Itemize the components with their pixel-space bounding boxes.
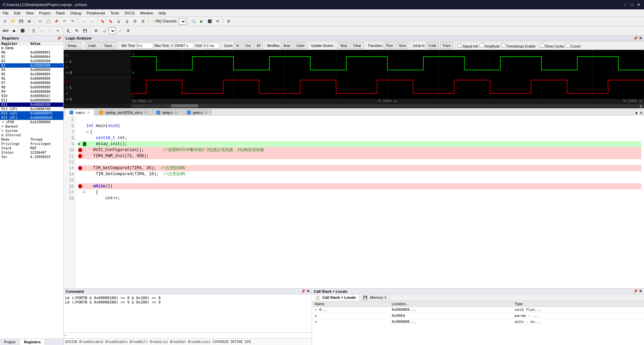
fold-icon-7[interactable]: ⊟ bbox=[86, 129, 89, 135]
tab-collapse-icon[interactable]: ▼ bbox=[635, 111, 638, 115]
reg-r4[interactable]: R40x00000000 bbox=[0, 68, 63, 72]
bookmark-button[interactable]: 🔖 bbox=[99, 18, 106, 25]
la-scroll-thumb[interactable] bbox=[171, 104, 198, 108]
la-maxtime-input[interactable] bbox=[170, 43, 194, 49]
callstack-row-0[interactable]: ⊟ d... 0x080009... void f(un... bbox=[312, 307, 644, 313]
la-scroll-right[interactable]: ▶ bbox=[639, 104, 644, 108]
tab-registers[interactable]: Registers bbox=[20, 339, 45, 345]
run-button[interactable]: ▶ bbox=[11, 27, 18, 34]
menu-view[interactable]: View bbox=[23, 10, 37, 16]
reg-r1[interactable]: R10x00000064 bbox=[0, 55, 63, 59]
tab-delay-c-close[interactable]: ✕ bbox=[175, 111, 177, 114]
cut-button[interactable]: ✂ bbox=[37, 18, 44, 25]
new-button[interactable]: 🗋 bbox=[1, 18, 9, 25]
menu-edit[interactable]: Edit bbox=[11, 10, 23, 16]
tab-project[interactable]: Project bbox=[0, 339, 20, 345]
logic-button[interactable]: 📊 bbox=[100, 27, 108, 34]
maximize-button[interactable]: □ bbox=[629, 2, 635, 7]
callstack-pin[interactable]: 📌 bbox=[633, 289, 638, 293]
callstack-row-2[interactable]: ◆ 0x000000... auto - un... bbox=[312, 319, 644, 325]
display-select[interactable] bbox=[108, 27, 116, 34]
irq-button[interactable]: ⚡ IRQ Channels bbox=[150, 18, 178, 25]
redo-button[interactable]: ↷ bbox=[69, 18, 76, 25]
tab-main-c-close[interactable]: ✕ bbox=[87, 111, 90, 114]
command-close[interactable]: ✕ bbox=[307, 289, 310, 293]
reg-r3[interactable]: R30xE000E000 bbox=[0, 63, 63, 68]
la-pin[interactable]: 📌 bbox=[633, 36, 638, 40]
menu-flash[interactable]: Flash bbox=[53, 10, 68, 16]
la-prev-button[interactable]: Prev bbox=[384, 42, 395, 49]
la-trace-button[interactable]: Trace bbox=[440, 42, 453, 49]
save-all-button[interactable]: ⊞ bbox=[25, 18, 33, 25]
bookmark2-button[interactable]: 🔖 bbox=[107, 18, 114, 25]
periph-button[interactable]: ⊞ bbox=[92, 27, 100, 34]
la-auto-button[interactable]: Auto bbox=[281, 42, 293, 49]
la-close[interactable]: ✕ bbox=[639, 36, 642, 40]
stop-run-button[interactable]: ⬛ bbox=[19, 27, 26, 34]
watch-window[interactable]: 👁 bbox=[73, 27, 80, 34]
reg-xpsr[interactable]: + xPSR0x61000000 bbox=[0, 120, 63, 124]
reg-r15[interactable]: R15 (PC)0x0800009A0 bbox=[0, 116, 63, 120]
la-setup-button[interactable]: Setup... bbox=[65, 42, 81, 49]
la-timestamps-checkbox[interactable] bbox=[501, 43, 505, 48]
save-button[interactable]: 💾 bbox=[17, 18, 25, 25]
fold-icon-17[interactable]: ⊟ bbox=[83, 189, 85, 195]
menu-debug[interactable]: Debug bbox=[68, 10, 84, 16]
reg-r14[interactable]: R14 (LR)0x0800009F5 bbox=[0, 111, 63, 116]
cs-tab-memory1[interactable]: 💾 Memory 1 bbox=[360, 294, 390, 301]
menu-window[interactable]: Window bbox=[137, 10, 156, 16]
indent2-button[interactable]: ☰ bbox=[131, 18, 139, 25]
menu-svcs[interactable]: SVCS bbox=[122, 10, 137, 16]
step-out[interactable]: ↑ bbox=[46, 27, 53, 34]
trace-config[interactable]: 📈 bbox=[116, 27, 124, 34]
reg-r5[interactable]: R50x200000E8 bbox=[0, 72, 63, 76]
breakpoint-16[interactable] bbox=[78, 184, 82, 188]
callstack-close[interactable]: ✕ bbox=[639, 289, 642, 293]
reg-internal[interactable]: ⊟ Internal bbox=[0, 133, 63, 137]
la-scrollbar-area[interactable]: ▶ bbox=[64, 104, 644, 108]
bookmark3-button[interactable]: ⊑ bbox=[115, 18, 122, 25]
minimize-button[interactable]: − bbox=[623, 2, 628, 7]
la-showcycles-checkbox[interactable] bbox=[540, 43, 544, 48]
command-pin[interactable]: 📌 bbox=[301, 289, 306, 293]
la-cursor-checkbox[interactable] bbox=[566, 43, 570, 48]
callstack-row-1[interactable]: ◆ 0x0064 param - ... bbox=[312, 313, 644, 319]
nav-back-button[interactable]: ← bbox=[80, 18, 87, 25]
reg-r0[interactable]: R00x00000001 bbox=[0, 50, 63, 55]
la-undo-button[interactable]: Undo bbox=[294, 42, 307, 49]
la-zoom-out-button[interactable]: Out bbox=[243, 42, 253, 49]
menu-project[interactable]: Project bbox=[36, 10, 53, 16]
tab-main-c[interactable]: main.c ✕ bbox=[65, 109, 94, 116]
breakpoint-11[interactable] bbox=[78, 154, 82, 158]
debug-start[interactable]: ▶ bbox=[198, 18, 205, 25]
la-mintime-input[interactable] bbox=[137, 43, 153, 49]
tab-startup-close[interactable]: ✕ bbox=[144, 111, 147, 114]
indent-button[interactable]: ⊒ bbox=[123, 18, 130, 25]
la-clear-button[interactable]: Clear bbox=[351, 42, 364, 49]
reg-r7[interactable]: R70x00000000 bbox=[0, 81, 63, 85]
la-next-button[interactable]: Next bbox=[397, 42, 409, 49]
open-button[interactable]: 📂 bbox=[9, 18, 17, 25]
tab-pwm-c-close[interactable]: ✕ bbox=[205, 111, 207, 114]
reg-r10[interactable]: R100x08000A1C bbox=[0, 94, 63, 98]
breakpoint-10[interactable] bbox=[78, 148, 82, 152]
tab-startup[interactable]: startup_stm32f10x_md.s ✕ bbox=[95, 109, 151, 115]
memory-window[interactable]: 💾 bbox=[81, 27, 89, 34]
reg-r12[interactable]: R120x00000200 bbox=[0, 102, 63, 107]
reg-system[interactable]: + System bbox=[0, 129, 63, 133]
menu-help[interactable]: Help bbox=[156, 10, 169, 16]
reg-r6[interactable]: R60x00000000 bbox=[0, 76, 63, 81]
rst-button[interactable]: RST bbox=[1, 27, 10, 34]
indent3-button[interactable]: ☰ bbox=[139, 18, 147, 25]
irq-select[interactable] bbox=[179, 18, 186, 25]
registers-pin[interactable]: 📌 bbox=[57, 36, 61, 41]
la-stop-button[interactable]: Stop bbox=[338, 42, 350, 49]
reg-banked[interactable]: + Banked bbox=[0, 124, 63, 129]
debug-stop[interactable]: ⬛ bbox=[206, 18, 213, 25]
reg-r11[interactable]: R110x00000000 bbox=[0, 98, 63, 102]
copy-button[interactable]: 📋 bbox=[45, 18, 52, 25]
la-grid-input[interactable] bbox=[203, 43, 220, 49]
reg-r2[interactable]: R20xE000E000 bbox=[0, 59, 63, 63]
cmd-window[interactable]: $_ bbox=[65, 27, 72, 34]
ext-button[interactable]: ⚙ bbox=[124, 27, 132, 34]
